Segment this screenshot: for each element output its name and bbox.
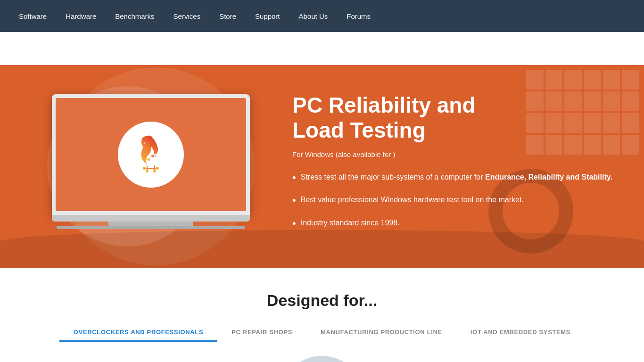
- main-nav: Software Hardware Benchmarks Services St…: [0, 0, 644, 32]
- nav-about-us[interactable]: About Us: [289, 0, 338, 32]
- hero-bullets: Stress test all the major sub-systems of…: [292, 172, 616, 230]
- tab-manufacturing[interactable]: MANUFACTURING PRODUCTION LINE: [306, 324, 456, 342]
- laptop-stand: [108, 222, 193, 226]
- svg-point-4: [156, 167, 159, 170]
- laptop-screen-outer: [52, 94, 250, 215]
- nav-services[interactable]: Services: [164, 0, 210, 32]
- hero-section: PC Reliability and Load Testing For Wind…: [0, 65, 644, 268]
- svg-point-6: [153, 170, 156, 173]
- nav-support[interactable]: Support: [246, 0, 289, 32]
- laptop-base: [52, 215, 250, 222]
- nav-benchmarks[interactable]: Benchmarks: [106, 0, 164, 32]
- nav-software[interactable]: Software: [9, 0, 56, 32]
- bottom-preview: [0, 356, 644, 362]
- laptop-foot: [57, 226, 245, 229]
- laptop-screen-inner: [56, 98, 246, 211]
- flame-icon: [132, 133, 170, 176]
- hero-bullet-2: Best value professional Windows hardware…: [292, 194, 616, 206]
- flame-logo-circle: [118, 122, 184, 188]
- tab-overclockers[interactable]: OVERCLOCKERS AND PROFESSIONALS: [59, 324, 217, 342]
- laptop: [52, 94, 250, 229]
- white-strip: [0, 32, 644, 65]
- hero-text: PC Reliability and Load Testing For Wind…: [273, 74, 644, 259]
- hero-bullet-1: Stress test all the major sub-systems of…: [292, 172, 616, 184]
- nav-hardware[interactable]: Hardware: [56, 0, 106, 32]
- designed-for-heading: Designed for...: [0, 291, 644, 310]
- designed-for-tabs: OVERCLOCKERS AND PROFESSIONALS PC REPAIR…: [0, 324, 644, 342]
- hero-bullet-3: Industry standard since 1998.: [292, 217, 616, 230]
- nav-store[interactable]: Store: [210, 0, 246, 32]
- hero-subtitle: For Windows (also available for ): [292, 150, 616, 158]
- laptop-illustration: [0, 75, 273, 257]
- hero-title: PC Reliability and Load Testing: [292, 93, 616, 143]
- tab-iot[interactable]: IOT AND EMBEDDED SYSTEMS: [456, 324, 585, 342]
- tab-pc-repair[interactable]: PC REPAIR SHOPS: [217, 324, 306, 342]
- bottom-circle-avatar: [280, 356, 364, 362]
- svg-point-5: [146, 170, 149, 173]
- designed-for-section: Designed for... OVERCLOCKERS AND PROFESS…: [0, 268, 644, 362]
- nav-forums[interactable]: Forums: [337, 0, 380, 32]
- svg-point-3: [143, 167, 146, 170]
